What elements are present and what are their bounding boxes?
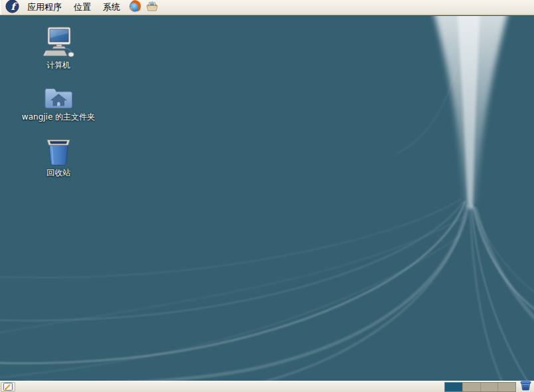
desktop-icon-trash[interactable]: 回收站 xyxy=(15,137,102,177)
fedora-menu-button[interactable]: f xyxy=(3,0,21,15)
window-list-handle[interactable] xyxy=(17,383,23,391)
panel-edge xyxy=(0,0,2,15)
bottom-panel xyxy=(0,381,534,392)
desktop-icon-label: wangjie 的主文件夹 xyxy=(22,112,95,122)
top-panel: f 应用程序 位置 系统 xyxy=(0,0,534,15)
trash-applet[interactable] xyxy=(517,381,533,392)
menu-places[interactable]: 位置 xyxy=(68,0,96,15)
menu-applications[interactable]: 应用程序 xyxy=(22,0,67,15)
workspace-cell-3[interactable] xyxy=(481,383,499,391)
firefox-launcher[interactable] xyxy=(127,0,143,15)
computer-icon xyxy=(41,27,76,58)
desktop-icon-label: 计算机 xyxy=(46,60,70,70)
workspace-cell-1[interactable] xyxy=(445,383,463,391)
email-launcher[interactable] xyxy=(144,0,160,15)
workspace-cell-2[interactable] xyxy=(463,383,481,391)
email-icon xyxy=(145,0,159,15)
trash-icon xyxy=(44,137,73,166)
desktop-icon-home-folder[interactable]: wangjie 的主文件夹 xyxy=(15,84,102,122)
home-folder-icon xyxy=(43,84,74,110)
show-desktop-button[interactable] xyxy=(1,382,15,392)
workspace-cell-4[interactable] xyxy=(498,383,515,391)
fedora-logo-icon: f xyxy=(5,0,19,16)
firefox-icon xyxy=(128,0,141,15)
wallpaper-light-streaks xyxy=(0,16,534,381)
show-desktop-icon xyxy=(3,381,13,392)
trash-applet-icon xyxy=(520,381,531,392)
workspace-switcher xyxy=(444,382,516,392)
desktop-icon-label: 回收站 xyxy=(46,168,70,177)
menu-system[interactable]: 系统 xyxy=(98,0,126,15)
desktop-icon-computer[interactable]: 计算机 xyxy=(15,27,102,70)
desktop-screen: f 应用程序 位置 系统 xyxy=(0,0,534,392)
desktop-area[interactable]: 计算机 wangjie 的主文件夹 xyxy=(0,16,534,381)
